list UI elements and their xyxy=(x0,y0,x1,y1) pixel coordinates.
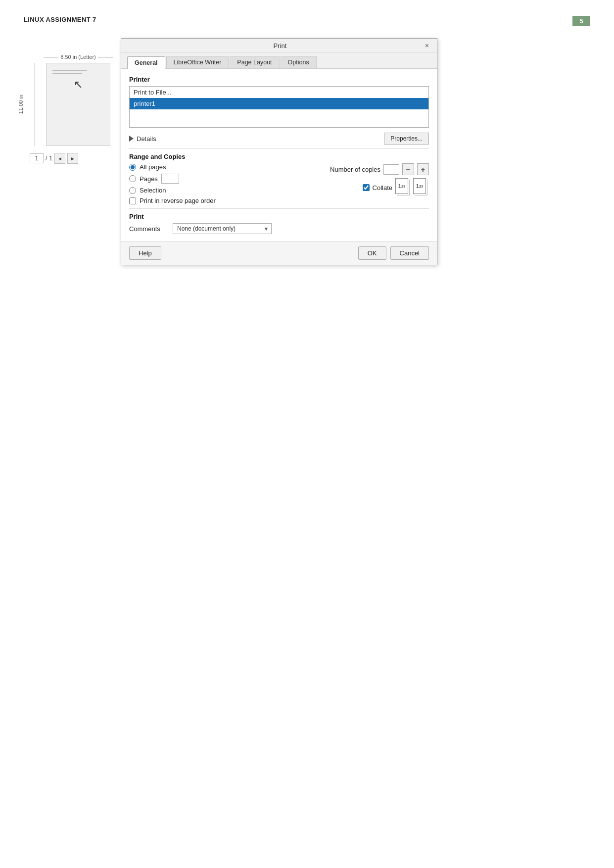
page-prev-button[interactable]: ◄ xyxy=(54,153,65,164)
range-copies-section: Range and Copies All pages Pages 1 xyxy=(129,153,429,204)
selection-radio[interactable] xyxy=(129,187,136,194)
page-title: LINUX ASSIGNMENT 7 xyxy=(24,16,96,23)
dialog-body: Printer Print to File... printer1 Detail… xyxy=(121,69,437,241)
cursor-icon: ↖ xyxy=(74,78,83,91)
dialog-titlebar: Print × xyxy=(121,39,437,53)
all-pages-radio[interactable] xyxy=(129,164,136,171)
copies-collate-area: Number of copies 1 − + Collate xyxy=(279,163,429,197)
printer-section: Printer Print to File... printer1 xyxy=(129,76,429,128)
print-dialog: Print × General LibreOffice Writer Page … xyxy=(121,38,437,265)
width-label: 8.50 in (Letter) xyxy=(60,54,96,60)
collate-stack-1: 123 xyxy=(395,178,411,197)
range-copies-label: Range and Copies xyxy=(129,153,429,160)
print-section: Print Comments None (document only) Comm… xyxy=(129,213,429,234)
reverse-order-row: Print in reverse page order xyxy=(129,197,429,204)
printer1-option[interactable]: printer1 xyxy=(130,98,428,109)
copies-minus-button[interactable]: − xyxy=(402,163,414,175)
range-left: All pages Pages 1 Selection xyxy=(129,163,279,197)
copies-label: Number of copies xyxy=(330,166,380,173)
all-pages-row: All pages xyxy=(129,163,279,171)
dialog-close-button[interactable]: × xyxy=(423,42,431,49)
section-divider-2 xyxy=(129,208,429,209)
paper-preview: ↖ xyxy=(46,63,110,146)
printer-section-label: Printer xyxy=(129,76,429,83)
page-total: 1 xyxy=(49,155,52,162)
comments-select[interactable]: None (document only) Comments only Place… xyxy=(173,223,272,234)
print-section-label: Print xyxy=(129,213,429,220)
reverse-order-checkbox[interactable] xyxy=(129,197,136,204)
page-next-button[interactable]: ► xyxy=(67,153,78,164)
range-copies-grid: All pages Pages 1 Selection xyxy=(129,163,429,197)
details-label: Details xyxy=(137,135,156,143)
dialog-footer: Help OK Cancel xyxy=(121,241,437,265)
tab-libreoffice-writer[interactable]: LibreOffice Writer xyxy=(166,56,229,68)
height-label: 11.00 in xyxy=(18,95,24,114)
copies-row: Number of copies 1 − + xyxy=(330,163,429,175)
ok-button[interactable]: OK xyxy=(358,246,386,260)
all-pages-label: All pages xyxy=(140,163,166,171)
print-to-file-option[interactable]: Print to File... xyxy=(130,87,428,98)
comments-select-wrapper[interactable]: None (document only) Comments only Place… xyxy=(173,223,272,234)
details-row: Details Properties... xyxy=(129,133,429,145)
dialog-title: Print xyxy=(137,42,423,49)
collate-label: Collate xyxy=(373,184,392,192)
pages-input[interactable]: 1 xyxy=(161,174,179,184)
reverse-order-label: Print in reverse page order xyxy=(140,197,216,204)
pages-radio[interactable] xyxy=(129,175,136,182)
comments-label: Comments xyxy=(129,225,169,233)
cancel-button[interactable]: Cancel xyxy=(390,246,429,260)
dialog-tabs: General LibreOffice Writer Page Layout O… xyxy=(121,53,437,69)
page-number-badge: 5 xyxy=(572,16,590,26)
document-preview: 8.50 in (Letter) 11.00 in ↖ 1 / 1 ◄ xyxy=(24,43,113,265)
tab-page-layout[interactable]: Page Layout xyxy=(230,56,279,68)
page-sep: / xyxy=(46,155,47,162)
section-divider-1 xyxy=(129,148,429,149)
selection-row: Selection xyxy=(129,187,279,194)
collate-row: Collate 123 123 xyxy=(363,178,429,197)
tab-options[interactable]: Options xyxy=(281,56,317,68)
copies-input[interactable]: 1 xyxy=(383,164,399,175)
properties-button[interactable]: Properties... xyxy=(384,133,429,145)
comments-row: Comments None (document only) Comments o… xyxy=(129,223,429,234)
copies-plus-button[interactable]: + xyxy=(417,163,429,175)
collate-stack-2: 123 xyxy=(413,178,429,197)
details-toggle[interactable]: Details xyxy=(129,135,156,143)
collate-visual: 123 123 xyxy=(395,178,429,197)
pages-label: Pages xyxy=(140,175,158,183)
selection-label: Selection xyxy=(140,187,166,194)
printer-list-spacer xyxy=(130,109,428,127)
details-triangle-icon xyxy=(129,136,134,142)
tab-general[interactable]: General xyxy=(127,56,165,69)
page-current-field[interactable]: 1 xyxy=(30,153,44,163)
pages-row: Pages 1 xyxy=(129,174,279,184)
footer-right: OK Cancel xyxy=(358,246,429,260)
help-button[interactable]: Help xyxy=(129,246,161,260)
collate-checkbox[interactable] xyxy=(363,184,370,191)
printer-list[interactable]: Print to File... printer1 xyxy=(129,86,429,128)
